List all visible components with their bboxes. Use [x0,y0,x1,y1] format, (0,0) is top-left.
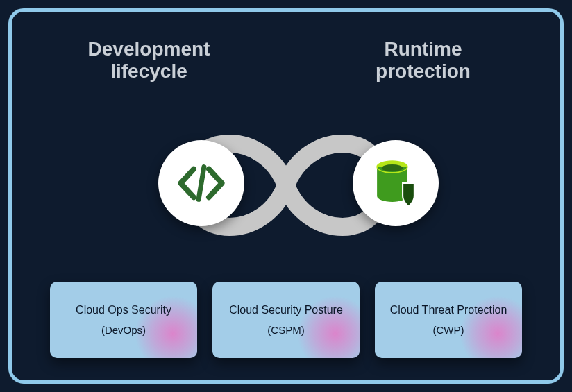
headings-row: Development lifecycle Runtime protection [12,38,560,83]
card-title: Cloud Ops Security [76,304,171,316]
code-icon [174,156,228,210]
card-cloud-ops-security: Cloud Ops Security (DevOps) [50,282,197,358]
lifecycle-node-runtime [353,140,439,226]
card-title: Cloud Threat Protection [390,304,507,316]
heading-right-line1: Runtime [385,38,462,60]
diagram-frame: Development lifecycle Runtime protection [8,8,564,384]
svg-point-3 [382,164,403,171]
card-cloud-threat-protection: Cloud Threat Protection (CWP) [375,282,522,358]
lifecycle-node-development [158,140,244,226]
heading-development-lifecycle: Development lifecycle [12,38,286,83]
svg-line-0 [199,167,204,200]
heading-left-line2: lifecycle [110,60,187,82]
card-sub: (CWP) [433,324,464,336]
heading-left-line1: Development [88,38,210,60]
heading-runtime-protection: Runtime protection [286,38,560,83]
infinity-loop [12,92,560,279]
card-sub: (CSPM) [267,324,304,336]
card-title: Cloud Security Posture [229,304,343,316]
card-sub: (DevOps) [101,324,146,336]
cards-row: Cloud Ops Security (DevOps) Cloud Securi… [50,282,522,358]
card-cloud-security-posture: Cloud Security Posture (CSPM) [212,282,360,358]
database-shield-icon [367,154,425,212]
heading-right-line2: protection [376,60,471,82]
